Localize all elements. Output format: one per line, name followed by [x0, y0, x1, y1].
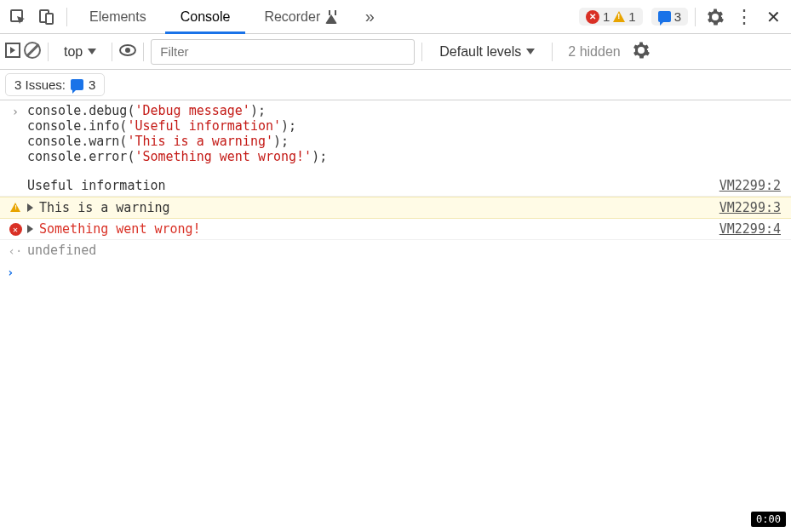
log-row-info: Useful information VM2299:2 — [0, 175, 791, 197]
return-value: undefined — [27, 243, 782, 258]
prompt-row[interactable]: › — [0, 260, 791, 284]
more-tabs-icon[interactable]: » — [357, 4, 382, 30]
warning-triangle-icon — [10, 203, 20, 212]
tab-label: Elements — [89, 9, 146, 25]
error-dot-icon — [586, 10, 599, 24]
close-icon[interactable]: ✕ — [760, 4, 786, 30]
caret-down-icon — [88, 49, 96, 54]
warning-count: 1 — [628, 9, 635, 24]
source-link[interactable]: VM2299:4 — [719, 221, 782, 237]
divider — [112, 43, 112, 61]
flask-icon — [325, 10, 338, 24]
prompt-chevron-icon: › — [7, 266, 14, 279]
divider — [48, 43, 49, 61]
source-link[interactable]: VM2299:3 — [719, 200, 782, 215]
device-toggle-icon[interactable] — [34, 4, 60, 30]
log-row-error: Something went wrong! VM2299:4 — [0, 219, 791, 240]
log-message: This is a warning — [39, 200, 719, 215]
caret-down-icon — [526, 49, 535, 54]
issues-pill[interactable]: 3 Issues: 3 — [5, 73, 105, 96]
log-message: Useful information — [27, 178, 719, 193]
issues-chip-icon — [71, 79, 83, 90]
expand-caret[interactable] — [27, 200, 39, 212]
error-warning-badge[interactable]: 1 1 — [579, 8, 643, 26]
log-levels-selector[interactable]: Default levels — [429, 44, 545, 60]
issues-count: 3 — [674, 9, 681, 24]
issues-bar: 3 Issues: 3 — [0, 70, 791, 100]
timer-overlay: 0:00 — [751, 512, 786, 527]
issues-badge[interactable]: 3 — [651, 8, 688, 26]
issues-chip-icon — [658, 11, 671, 22]
devtools-tabbar: Elements Console Recorder » 1 1 3 ⋮ ✕ — [0, 0, 791, 34]
tab-label: Recorder — [264, 9, 320, 25]
log-message: Something went wrong! — [39, 221, 719, 237]
divider — [552, 43, 553, 61]
sidebar-toggle-icon[interactable] — [5, 43, 20, 60]
svg-rect-2 — [46, 14, 53, 24]
divider — [143, 43, 144, 61]
divider — [66, 8, 67, 26]
settings-icon[interactable] — [702, 4, 728, 30]
source-link[interactable]: VM2299:2 — [719, 178, 782, 193]
context-selector[interactable]: top — [55, 44, 105, 60]
clear-console-icon[interactable] — [24, 42, 41, 61]
levels-label: Default levels — [439, 44, 521, 60]
kebab-menu-icon[interactable]: ⋮ — [731, 4, 757, 30]
warning-triangle-icon — [613, 11, 625, 22]
hidden-messages[interactable]: 2 hidden — [559, 44, 628, 60]
return-row: ‹· undefined — [0, 240, 791, 260]
error-dot-icon — [9, 223, 22, 236]
issues-pill-count: 3 — [89, 77, 95, 92]
error-count: 1 — [603, 9, 610, 24]
input-row: › console.debug('Debug message'); consol… — [0, 100, 791, 167]
divider — [421, 43, 422, 61]
inspect-icon[interactable] — [5, 4, 31, 30]
console-log: › console.debug('Debug message'); consol… — [0, 100, 791, 284]
divider — [695, 8, 696, 26]
expand-caret[interactable] — [27, 221, 39, 233]
live-expression-icon[interactable] — [119, 44, 136, 59]
issues-label: 3 Issues: — [14, 77, 66, 92]
input-code: console.debug('Debug message'); console.… — [27, 103, 782, 164]
tab-console[interactable]: Console — [165, 0, 246, 34]
tab-label: Console — [181, 9, 231, 25]
tab-recorder[interactable]: Recorder — [249, 0, 353, 34]
console-toolbar: top Default levels 2 hidden — [0, 34, 791, 70]
return-arrow-icon: ‹· — [9, 244, 23, 258]
filter-input[interactable] — [151, 39, 415, 65]
log-row-warning: This is a warning VM2299:3 — [0, 197, 791, 219]
console-settings-icon[interactable] — [633, 42, 650, 61]
tab-elements[interactable]: Elements — [74, 0, 162, 34]
context-label: top — [64, 44, 83, 60]
prompt-icon: › — [12, 105, 19, 118]
